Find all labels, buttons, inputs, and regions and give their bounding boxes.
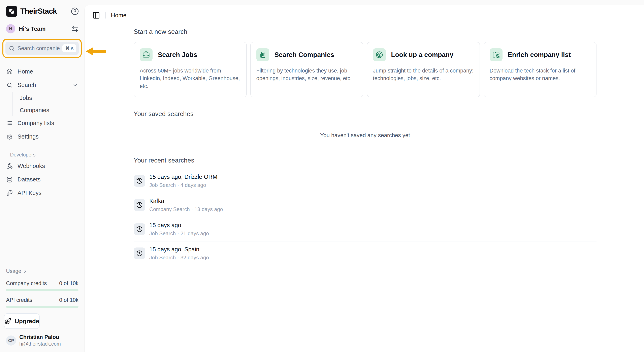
search-jobs-card[interactable]: Search Jobs Across 50M+ jobs worldwide f… <box>134 42 247 97</box>
sidebar-item-datasets[interactable]: Datasets <box>4 173 81 186</box>
main-panel: Home Start a new search Search Jobs Acro… <box>84 5 644 352</box>
saved-searches-section: Your saved searches You haven't saved an… <box>134 110 596 157</box>
recent-searches-heading: Your recent searches <box>134 157 596 164</box>
api-credits-label: API credits <box>6 297 32 303</box>
key-icon <box>6 190 13 196</box>
upgrade-button[interactable]: Upgrade <box>4 313 40 329</box>
database-icon <box>6 176 13 183</box>
nav-label: Company lists <box>18 120 54 126</box>
enrich-company-list-card[interactable]: Enrich company list Download the tech st… <box>484 42 597 97</box>
company-credits-label: Company credits <box>6 280 47 286</box>
history-icon <box>134 223 145 235</box>
saved-searches-heading: Your saved searches <box>134 110 596 118</box>
api-credits-progress-bar <box>6 306 78 308</box>
team-name: Hi's Team <box>19 26 46 32</box>
arrow-annotation <box>85 47 106 56</box>
main-content: Start a new search Search Jobs Across 50… <box>85 19 644 265</box>
sidebar-nav: Home Search Jobs Companies Company lists <box>0 65 84 200</box>
nav-label: Companies <box>20 107 49 114</box>
nav-label: Search <box>18 82 36 88</box>
search-input[interactable]: Search companies... ⌘ K <box>6 42 79 55</box>
nav-label: Jobs <box>20 95 32 101</box>
header-divider <box>105 12 106 19</box>
usage-link[interactable]: Usage <box>6 268 78 274</box>
search-shortcut-badge: ⌘ K <box>62 44 76 52</box>
recent-search-meta: Job Search · 4 days ago <box>149 182 217 188</box>
user-menu[interactable]: CP Christian Palou hi@theirstack.com <box>6 329 78 352</box>
main-header: Home <box>85 5 644 19</box>
recent-search-row[interactable]: 15 days ago Job Search · 21 days ago <box>134 217 596 241</box>
card-title: Search Jobs <box>158 51 197 59</box>
user-email: hi@theirstack.com <box>19 341 61 347</box>
sidebar-item-jobs[interactable]: Jobs <box>20 92 81 104</box>
recent-search-row[interactable]: Kafka Company Search · 13 days ago <box>134 193 596 217</box>
history-icon <box>134 175 145 187</box>
sidebar-toggle-button[interactable] <box>92 12 100 19</box>
card-title: Enrich company list <box>508 51 571 59</box>
gear-icon <box>6 134 13 140</box>
theirstack-logo-icon <box>6 6 17 17</box>
recent-search-meta: Job Search · 21 days ago <box>149 230 209 237</box>
folder-sync-icon <box>490 48 502 61</box>
nav-label: Home <box>18 68 33 75</box>
logo-row: TheirStack <box>6 6 79 17</box>
target-icon <box>373 48 386 61</box>
recent-search-title: 15 days ago, Drizzle ORM <box>149 174 217 180</box>
sidebar-item-search[interactable]: Search <box>4 78 81 92</box>
panel-left-icon <box>92 12 100 19</box>
developers-section-label: Developers <box>10 152 81 158</box>
card-title: Look up a company <box>391 51 454 59</box>
user-avatar: CP <box>6 335 16 345</box>
search-icon <box>6 82 13 88</box>
card-description: Filtering by technologies they use, job … <box>256 67 358 82</box>
card-title: Search Companies <box>274 51 334 59</box>
lookup-company-card[interactable]: Look up a company Jump straight to the d… <box>367 42 480 97</box>
recent-search-row[interactable]: 15 days ago, Drizzle ORM Job Search · 4 … <box>134 169 596 193</box>
sidebar-item-api-keys[interactable]: API Keys <box>4 186 81 200</box>
search-companies-card[interactable]: Search Companies Filtering by technologi… <box>250 42 364 97</box>
card-description: Download the tech stack for a list of co… <box>490 67 591 82</box>
page-title: Home <box>111 12 126 19</box>
nav-label: Datasets <box>18 176 40 183</box>
search-highlight-annotation: Search companies... ⌘ K <box>2 39 82 58</box>
recent-search-meta: Job Search · 32 days ago <box>149 254 209 261</box>
api-credits-value: 0 of 10k <box>59 297 78 303</box>
building-icon <box>256 48 269 61</box>
company-credits-block: Company credits 0 of 10k <box>6 280 78 291</box>
search-icon <box>9 45 15 52</box>
webhook-icon <box>6 163 13 169</box>
recent-searches-section: Your recent searches 15 days ago, Drizzl… <box>134 157 596 265</box>
team-switcher[interactable]: H Hi's Team <box>6 24 79 34</box>
api-credits-block: API credits 0 of 10k <box>6 297 78 308</box>
circle-question-icon <box>71 7 79 15</box>
chevron-down-icon <box>72 82 78 88</box>
app-title: TheirStack <box>20 7 57 16</box>
history-icon <box>134 247 145 259</box>
nav-label: API Keys <box>18 190 42 196</box>
nav-label: Settings <box>18 133 39 140</box>
recent-search-meta: Company Search · 13 days ago <box>149 206 223 212</box>
sidebar-item-home[interactable]: Home <box>4 65 81 78</box>
saved-searches-empty-message: You haven't saved any searches yet <box>134 118 596 157</box>
sidebar: TheirStack H Hi's Team Search companies.… <box>0 0 84 352</box>
recent-search-title: 15 days ago, Spain <box>149 246 209 253</box>
recent-search-title: Kafka <box>149 198 223 204</box>
sidebar-item-company-lists[interactable]: Company lists <box>4 116 81 130</box>
list-icon <box>6 120 13 126</box>
team-avatar: H <box>6 24 15 34</box>
user-name: Christian Palou <box>19 334 61 340</box>
sidebar-item-companies[interactable]: Companies <box>20 104 81 116</box>
company-credits-progress-bar <box>6 289 78 291</box>
nav-label: Webhooks <box>18 163 45 169</box>
help-button[interactable] <box>71 7 79 15</box>
sidebar-item-webhooks[interactable]: Webhooks <box>4 159 81 173</box>
usage-label: Usage <box>6 268 21 274</box>
rocket-icon <box>4 318 11 325</box>
card-description: Across 50M+ jobs worldwide from Linkedin… <box>140 67 241 90</box>
recent-search-row[interactable]: 15 days ago, Spain Job Search · 32 days … <box>134 241 596 265</box>
history-icon <box>134 199 145 211</box>
briefcase-icon <box>140 48 152 61</box>
switch-team-icon[interactable] <box>71 25 79 33</box>
new-search-heading: Start a new search <box>134 28 596 36</box>
sidebar-item-settings[interactable]: Settings <box>4 130 81 143</box>
